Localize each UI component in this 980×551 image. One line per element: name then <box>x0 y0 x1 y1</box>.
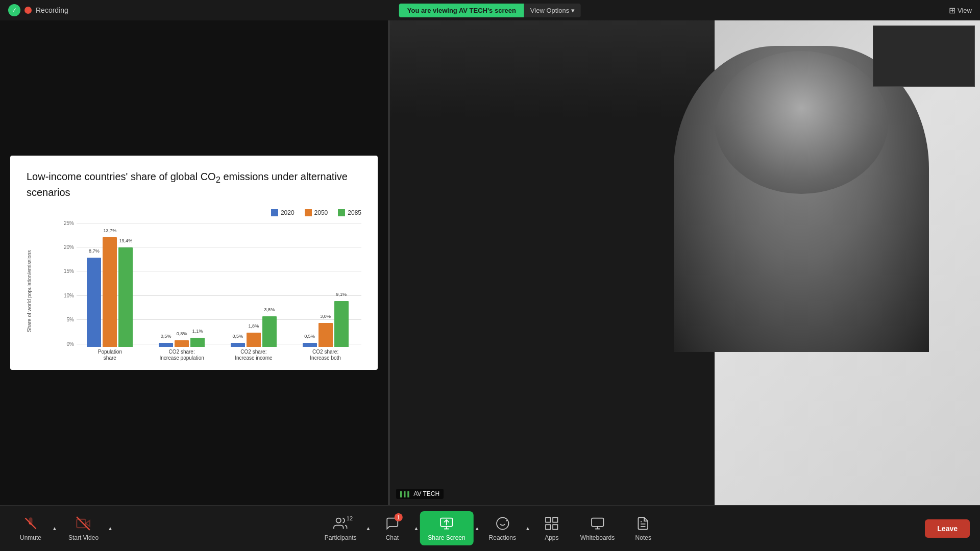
leave-button[interactable]: Leave <box>925 519 970 538</box>
slide-container: Low-income countries' share of global CO… <box>10 156 378 370</box>
chat-badge: 1 <box>394 513 402 521</box>
svg-rect-16 <box>592 518 603 527</box>
share-screen-arrow-button[interactable]: ▲ <box>474 523 481 533</box>
recording-label: Recording <box>36 6 68 14</box>
video-arrow-button[interactable]: ▲ <box>107 523 114 533</box>
bar-group-co2-income: 0,5% 1,8% 3,8% <box>231 316 277 347</box>
chevron-down-icon: ▾ <box>571 7 575 14</box>
legend-color-2050 <box>305 209 312 216</box>
x-axis-labels: Populationshare CO2 share:Increase popul… <box>74 347 361 362</box>
toolbar-center: 12 Participants ▲ 1 Chat ▲ <box>316 511 664 545</box>
bar-2085-co2both <box>334 301 349 347</box>
whiteboards-icon <box>591 516 605 531</box>
whiteboards-label: Whiteboards <box>580 534 615 541</box>
notes-label: Notes <box>635 534 651 541</box>
screen-share-panel: Low-income countries' share of global CO… <box>0 20 388 505</box>
view-icon: ⊞ <box>949 6 955 15</box>
participants-arrow-button[interactable]: ▲ <box>364 523 372 533</box>
share-screen-label: Share Screen <box>428 534 465 541</box>
top-right-section: ⊞ View <box>949 6 980 15</box>
notes-button[interactable]: Notes <box>623 511 664 545</box>
apps-icon-area <box>544 515 560 532</box>
start-video-button[interactable]: Start Video <box>60 511 107 545</box>
chart-area: 2020 2050 2085 Share of world population… <box>27 209 361 362</box>
person-area <box>390 20 980 505</box>
video-icon-area <box>75 515 91 532</box>
participants-icon-area: 12 <box>332 515 349 532</box>
shield-icon: ✓ <box>8 4 20 16</box>
view-label: View <box>958 7 972 14</box>
bar-group-co2-pop: 0,5% 0,8% 1,1% <box>159 338 205 347</box>
reactions-section: Reactions ▲ <box>481 511 531 545</box>
participants-label: Participants <box>325 534 357 541</box>
bar-2085-co2pop <box>190 338 205 347</box>
video-panel: ▌▌▌ AV TECH <box>390 20 980 505</box>
bars-area: 8,7% 13,7% 19,4% <box>74 220 361 347</box>
recording-dot <box>24 7 32 14</box>
viewing-banner: You are viewing AV TECH's screen <box>399 4 524 17</box>
reactions-icon <box>495 516 509 531</box>
apps-icon <box>545 516 559 531</box>
legend-color-2085 <box>338 209 345 216</box>
svg-rect-14 <box>546 524 550 529</box>
svg-point-9 <box>497 517 508 529</box>
chart-body: Share of world population/emissions 25% … <box>27 220 361 362</box>
start-video-label: Start Video <box>68 534 99 541</box>
chart-legend: 2020 2050 2085 <box>27 209 361 216</box>
chat-arrow-button[interactable]: ▲ <box>412 523 420 533</box>
reactions-icon-area <box>494 515 510 532</box>
bar-2050-co2income <box>247 333 261 347</box>
share-screen-button[interactable]: Share Screen <box>420 511 473 545</box>
toolbar-left: Unmute ▲ Start Video ▲ <box>10 511 114 545</box>
unmute-button[interactable]: Unmute <box>10 511 51 545</box>
reactions-arrow-button[interactable]: ▲ <box>524 523 531 533</box>
svg-rect-12 <box>546 517 550 522</box>
bar-2085-co2income <box>262 316 277 347</box>
legend-color-2020 <box>271 209 278 216</box>
bar-2020-co2both <box>303 343 317 347</box>
notes-icon <box>636 516 650 531</box>
view-options-label: View Options <box>530 7 569 14</box>
unmute-icon-area <box>22 515 39 532</box>
microphone-muted-icon <box>23 516 38 531</box>
bar-2020-pop <box>87 258 101 347</box>
signal-icon: ▌▌▌ <box>400 491 411 497</box>
view-options-button[interactable]: View Options ▾ <box>524 4 581 17</box>
legend-item-2050: 2050 <box>305 209 328 216</box>
svg-rect-13 <box>553 517 557 522</box>
bar-2020-co2income <box>231 343 245 347</box>
share-screen-section: Share Screen ▲ <box>420 511 480 545</box>
legend-label-2050: 2050 <box>314 209 328 216</box>
participants-button[interactable]: 12 Participants <box>316 511 365 545</box>
top-bar: ✓ Recording You are viewing AV TECH's sc… <box>0 0 980 20</box>
svg-marker-1 <box>86 520 90 527</box>
apps-button[interactable]: Apps <box>531 511 572 545</box>
chat-section: 1 Chat ▲ <box>372 511 420 545</box>
top-center-section: You are viewing AV TECH's screen View Op… <box>399 4 581 17</box>
video-muted-icon <box>76 516 90 531</box>
view-button[interactable]: ⊞ View <box>949 6 972 15</box>
x-label-population: Populationshare <box>87 347 133 361</box>
x-label-co2pop: CO2 share:Increase population <box>159 347 205 361</box>
bar-2050-co2both <box>318 323 333 347</box>
start-video-section: Start Video ▲ <box>60 511 114 545</box>
toolbar-right: Leave <box>925 519 970 538</box>
participants-section: 12 Participants ▲ <box>316 511 372 545</box>
bar-2050-co2pop <box>175 340 189 347</box>
whiteboards-icon-area <box>590 515 606 532</box>
whiteboards-button[interactable]: Whiteboards <box>572 511 623 545</box>
video-feed: ▌▌▌ AV TECH <box>390 20 980 505</box>
chat-icon-area: 1 <box>384 515 400 532</box>
reactions-button[interactable]: Reactions <box>481 511 524 545</box>
legend-label-2020: 2020 <box>281 209 295 216</box>
share-screen-icon <box>439 516 454 531</box>
speaker-name: AV TECH <box>413 490 439 497</box>
unmute-arrow-button[interactable]: ▲ <box>51 523 58 533</box>
participants-count: 12 <box>347 515 353 521</box>
chat-button[interactable]: 1 Chat <box>372 511 412 545</box>
legend-item-2085: 2085 <box>338 209 361 216</box>
bar-2085-pop <box>118 247 133 347</box>
legend-label-2085: 2085 <box>348 209 361 216</box>
share-screen-icon-area <box>438 515 455 532</box>
toolbar: Unmute ▲ Start Video ▲ <box>0 505 980 551</box>
